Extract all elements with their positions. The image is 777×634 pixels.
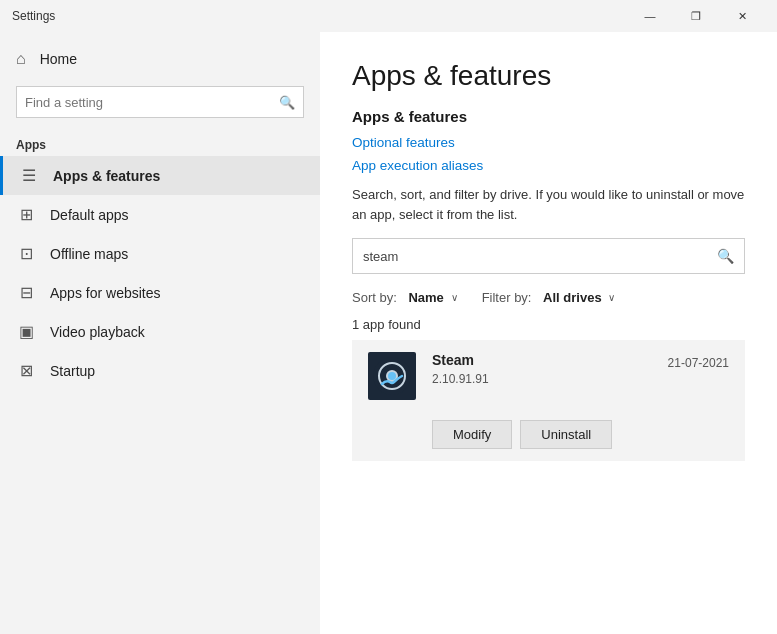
sidebar-item-video-playback[interactable]: ▣ Video playback xyxy=(0,312,320,351)
apps-websites-icon: ⊟ xyxy=(16,283,36,302)
app-content: ⌂ Home 🔍 Apps ☰ Apps & features ⊞ Defaul… xyxy=(0,32,777,634)
sidebar-search-input[interactable] xyxy=(17,95,271,110)
sort-label: Sort by: xyxy=(352,290,397,305)
sidebar-item-startup[interactable]: ⊠ Startup xyxy=(0,351,320,390)
steam-app-icon xyxy=(372,356,412,396)
sidebar-section-label: Apps xyxy=(0,126,320,156)
sidebar-video-playback-label: Video playback xyxy=(50,324,145,340)
default-apps-icon: ⊞ xyxy=(16,205,36,224)
sidebar-apps-websites-label: Apps for websites xyxy=(50,285,161,301)
sidebar-apps-features-label: Apps & features xyxy=(53,168,160,184)
app-search-icon: 🔍 xyxy=(707,248,744,264)
sidebar: ⌂ Home 🔍 Apps ☰ Apps & features ⊞ Defaul… xyxy=(0,32,320,634)
app-version: 2.10.91.91 xyxy=(432,372,729,386)
app-list: Steam 2.10.91.91 21-07-2021 Modify Unins… xyxy=(352,340,745,461)
sidebar-offline-maps-label: Offline maps xyxy=(50,246,128,262)
sort-filter[interactable]: Sort by: Name ∨ xyxy=(352,290,458,305)
app-title: Settings xyxy=(12,9,627,23)
offline-maps-icon: ⊡ xyxy=(16,244,36,263)
drive-filter[interactable]: Filter by: All drives ∨ xyxy=(482,290,616,305)
app-search-input[interactable] xyxy=(353,249,707,264)
uninstall-button[interactable]: Uninstall xyxy=(520,420,612,449)
sidebar-search-icon: 🔍 xyxy=(271,95,303,110)
home-icon: ⌂ xyxy=(16,50,26,68)
filter-label: Filter by: xyxy=(482,290,532,305)
maximize-button[interactable]: ❐ xyxy=(673,0,719,32)
app-date: 21-07-2021 xyxy=(668,356,729,370)
apps-features-icon: ☰ xyxy=(19,166,39,185)
filter-chevron-icon: ∨ xyxy=(606,292,616,303)
sidebar-item-offline-maps[interactable]: ⊡ Offline maps xyxy=(0,234,320,273)
app-search-box[interactable]: 🔍 xyxy=(352,238,745,274)
startup-icon: ⊠ xyxy=(16,361,36,380)
sidebar-search-box[interactable]: 🔍 xyxy=(16,86,304,118)
svg-point-3 xyxy=(388,372,396,380)
sidebar-default-apps-label: Default apps xyxy=(50,207,129,223)
sort-chevron-icon: ∨ xyxy=(448,292,458,303)
video-playback-icon: ▣ xyxy=(16,322,36,341)
title-bar: Settings — ❐ ✕ xyxy=(0,0,777,32)
app-count: 1 app found xyxy=(352,317,745,332)
sort-value: Name xyxy=(408,290,443,305)
optional-features-link[interactable]: Optional features xyxy=(352,135,745,150)
close-button[interactable]: ✕ xyxy=(719,0,765,32)
sidebar-item-apps-features[interactable]: ☰ Apps & features xyxy=(0,156,320,195)
page-title: Apps & features xyxy=(352,60,745,92)
app-icon-wrapper xyxy=(368,352,416,400)
app-actions: Modify Uninstall xyxy=(352,412,745,461)
sidebar-item-default-apps[interactable]: ⊞ Default apps xyxy=(0,195,320,234)
window-controls: — ❐ ✕ xyxy=(627,0,765,32)
minimize-button[interactable]: — xyxy=(627,0,673,32)
sidebar-startup-label: Startup xyxy=(50,363,95,379)
sidebar-item-home[interactable]: ⌂ Home xyxy=(0,40,320,78)
app-list-item-steam[interactable]: Steam 2.10.91.91 21-07-2021 xyxy=(352,340,745,412)
sidebar-item-apps-websites[interactable]: ⊟ Apps for websites xyxy=(0,273,320,312)
app-execution-link[interactable]: App execution aliases xyxy=(352,158,745,173)
main-content: Apps & features Apps & features Optional… xyxy=(320,32,777,634)
filter-value: All drives xyxy=(543,290,602,305)
filter-row: Sort by: Name ∨ Filter by: All drives ∨ xyxy=(352,290,745,305)
section-title: Apps & features xyxy=(352,108,745,125)
modify-button[interactable]: Modify xyxy=(432,420,512,449)
home-label: Home xyxy=(40,51,77,67)
description-text: Search, sort, and filter by drive. If yo… xyxy=(352,185,745,224)
